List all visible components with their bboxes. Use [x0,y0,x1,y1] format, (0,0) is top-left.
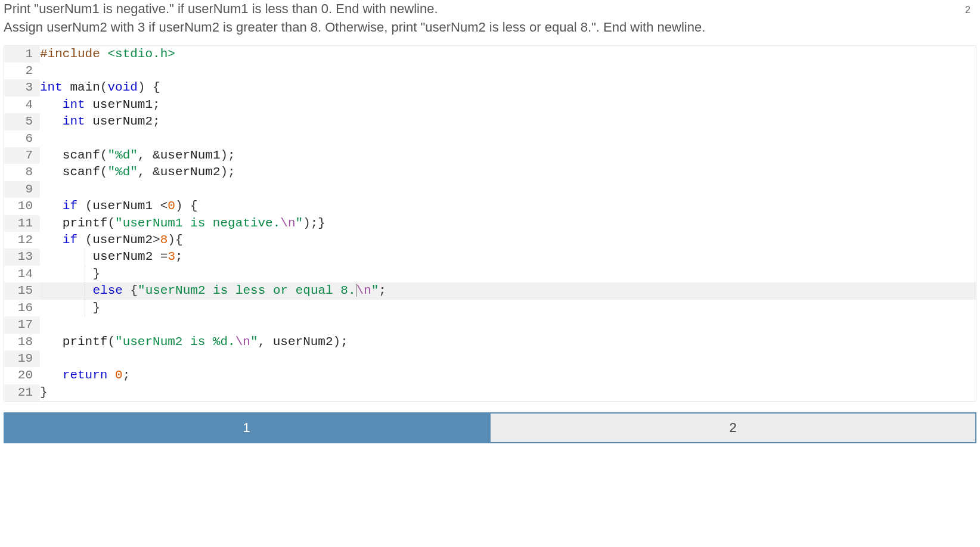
code-line[interactable]: scanf("%d", &userNum2); [40,164,976,181]
gutter-line-number: 14 [4,266,40,282]
code-line[interactable]: printf("userNum2 is %d.\n", userNum2); [40,334,976,350]
code-line[interactable]: printf("userNum1 is negative.\n");} [40,215,976,232]
gutter-line-number: 6 [4,130,40,147]
code-line[interactable]: else {"userNum2 is less or equal 8.\n"; [40,282,976,299]
gutter-line-number: 10 [4,198,40,215]
gutter-line-number: 12 [4,232,40,248]
problem-statement: Print "userNum1 is negative." if userNum… [4,0,976,37]
gutter-line-number: 19 [4,350,40,367]
gutter-line-number: 17 [4,316,40,333]
code-line[interactable]: } [40,300,976,316]
gutter-line-number: 18 [4,334,40,350]
code-line[interactable]: scanf("%d", &userNum1); [40,147,976,164]
code-line[interactable]: } [40,266,976,282]
tab-1[interactable]: 1 [4,412,489,443]
code-line[interactable]: int main(void) { [40,79,976,96]
gutter-line-number: 20 [4,367,40,384]
gutter-line-number: 1 [4,46,40,63]
gutter-line-number: 21 [4,384,40,401]
gutter-line-number: 11 [4,215,40,232]
code-line[interactable]: return 0; [40,367,976,384]
gutter-line-number: 4 [4,97,40,113]
problem-line-2: Assign userNum2 with 3 if userNum2 is gr… [4,20,705,35]
code-line[interactable]: #include <stdio.h> [40,46,976,63]
gutter-line-number: 2 [4,63,40,79]
gutter-line-number: 9 [4,181,40,198]
code-line[interactable]: int userNum2; [40,113,976,130]
gutter-line-number: 5 [4,113,40,130]
code-line[interactable] [40,63,976,79]
code-line[interactable]: if (userNum1 <0) { [40,198,976,215]
badge-count: 2 [965,5,970,15]
code-line[interactable] [40,350,976,367]
code-line[interactable] [40,181,976,198]
tab-2[interactable]: 2 [489,412,976,443]
problem-line-1: Print "userNum1 is negative." if userNum… [4,1,438,16]
code-line[interactable]: } [40,384,976,401]
code-line[interactable]: userNum2 =3; [40,248,976,265]
gutter-line-number: 8 [4,164,40,181]
gutter-line-number: 13 [4,248,40,265]
code-line[interactable] [40,130,976,147]
code-editor[interactable]: 1 #include <stdio.h> 2 3 int main(void) … [4,45,976,402]
gutter-line-number: 16 [4,300,40,316]
gutter-line-number: 15 [4,282,40,299]
test-case-tabs: 1 2 [4,412,976,443]
code-line[interactable]: if (userNum2>8){ [40,232,976,248]
gutter-line-number: 7 [4,147,40,164]
gutter-line-number: 3 [4,79,40,96]
code-line[interactable]: int userNum1; [40,97,976,113]
code-line[interactable] [40,316,976,333]
